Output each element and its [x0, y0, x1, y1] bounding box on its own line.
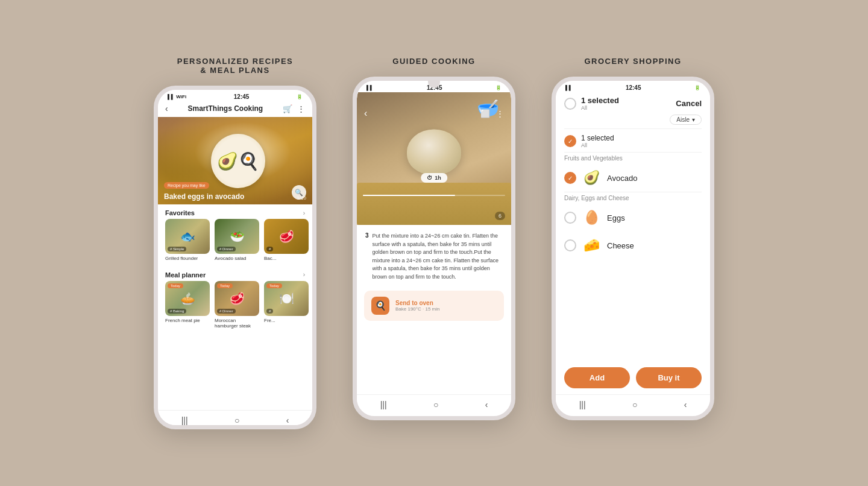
nav-back-2[interactable]: ‹ — [485, 400, 488, 409]
nav-home-2[interactable]: ○ — [433, 400, 438, 409]
nav-recents-2[interactable]: ||| — [380, 400, 387, 409]
recipe-name-bac: Bac... — [264, 256, 309, 262]
meal-img-frenchpie: 🥧 Today # Baking — [165, 281, 210, 316]
section-title-personalized: PERSONALIZED RECIPES & MEAL PLANS — [177, 57, 294, 75]
aisle-button[interactable]: Aisle ▾ — [670, 115, 702, 125]
cheese-checkbox[interactable] — [564, 239, 576, 251]
search-fab[interactable]: 🔍 — [292, 185, 306, 200]
nav-bar-1: ||| ○ ‹ — [158, 410, 312, 425]
section-guided: GUIDED COOKING ▌▌ 12:45 🔋 ‹ — [353, 57, 515, 420]
meal-card-moroccan[interactable]: 🥩 Today # Dinner Moroccan hamburger stea… — [215, 281, 259, 329]
selected-checkbox[interactable]: ✓ — [564, 135, 576, 147]
favorites-row: 🐟 # Simple Grilled flounder 🥗 # Dinner A… — [158, 219, 312, 267]
header-all-label: All — [581, 105, 619, 111]
recipe-img-flounder: 🐟 # Simple — [165, 219, 210, 254]
mealplanner-arrow[interactable]: › — [303, 271, 305, 278]
cutting-board — [357, 183, 511, 225]
more-icon-2[interactable]: ⋮ — [496, 109, 504, 118]
status-bar-1: ▌▌WiFi 12:45 🔋 — [158, 90, 312, 101]
grocery-item-avocado[interactable]: ✓ 🥑 Avocado — [556, 164, 710, 192]
section-personalized: PERSONALIZED RECIPES & MEAL PLANS ▌▌WiFi… — [154, 57, 316, 429]
recipe-tag-flounder: # Simple — [168, 247, 186, 251]
phone1-header: ‹ SmartThings Cooking 🛒 ⋮ — [158, 101, 312, 117]
cancel-button[interactable]: Cancel — [676, 99, 702, 108]
progress-fill — [363, 195, 455, 196]
signal-icons-2: ▌▌ — [366, 85, 373, 90]
aisle-label: Aisle — [676, 116, 690, 123]
back-icon-2[interactable]: ‹ — [364, 108, 367, 119]
step-number: 3 — [365, 232, 369, 239]
nav-back-1[interactable]: ‹ — [286, 415, 289, 425]
timer-icon: ⏱ — [427, 175, 432, 181]
meal-name-moroccan: Moroccan hamburger steak — [215, 318, 259, 329]
phone-grocery: ▌▌ 12:45 🔋 1 selected All — [552, 77, 714, 420]
eggs-checkbox[interactable] — [564, 212, 576, 224]
recipe-card-bac[interactable]: 🥩 # Bac... — [264, 219, 309, 262]
favorites-title: Favorites — [165, 209, 195, 216]
timer-value: 1h — [435, 175, 441, 181]
cheese-name: Cheese — [607, 241, 634, 250]
oven-title: Send to oven — [395, 300, 439, 306]
header-selected-count: 1 selected — [581, 96, 619, 105]
recipe-tag-avocado: # Dinner — [217, 247, 236, 251]
cooking-hero: ‹ ⬜ ⋮ 🥣 ⏱ 1h — [357, 92, 511, 225]
recipe-card-avocado[interactable]: 🥗 # Dinner Avocado salad — [215, 219, 259, 262]
timer-badge: ⏱ 1h — [421, 173, 447, 183]
recipe-tag: Recipe you may like — [164, 182, 209, 189]
meal-name-fre: Fre... — [264, 318, 309, 324]
more-icon-1[interactable]: ⋮ — [297, 104, 305, 113]
meal-img-moroccan: 🥩 Today # Dinner — [215, 281, 259, 316]
nav-home-3[interactable]: ○ — [632, 400, 637, 409]
oven-subtitle: Bake 190°C · 15 min — [395, 306, 439, 312]
grocery-header: 1 selected All Cancel — [556, 92, 710, 115]
gh-count-group: 1 selected All — [581, 96, 619, 111]
meal-card-frenchpie[interactable]: 🥧 Today # Baking French meat pie — [165, 281, 210, 329]
phone2-header: ‹ ⬜ ⋮ — [357, 106, 511, 121]
aisle-filter: Aisle ▾ — [556, 115, 710, 128]
meal-name-frenchpie: French meat pie — [165, 318, 210, 324]
battery-icons-1: 🔋 — [297, 94, 303, 99]
battery-icons-3: 🔋 — [694, 85, 700, 90]
nav-recents-3[interactable]: ||| — [579, 400, 586, 409]
recipe-hero-title: Baked eggs in avocado — [164, 192, 244, 201]
send-to-oven[interactable]: 🍳 Send to oven Bake 190°C · 15 min — [364, 291, 504, 321]
avocado-checkbox[interactable]: ✓ — [564, 172, 576, 184]
time-3: 12:45 — [626, 84, 641, 91]
nav-recents-1[interactable]: ||| — [181, 415, 188, 425]
meal-cat-frenchpie: # Baking — [168, 309, 186, 314]
favorites-arrow[interactable]: › — [303, 210, 305, 216]
signal-icons-1: ▌▌WiFi — [168, 94, 186, 99]
time-1: 12:45 — [234, 93, 250, 100]
step-content: 3 Put the mixture into a 24~26 cm cake t… — [357, 225, 511, 286]
grocery-item-cheese[interactable]: 🧀 Cheese — [556, 232, 710, 259]
phone-guided: ▌▌ 12:45 🔋 ‹ ⬜ ⋮ — [353, 77, 515, 420]
oven-icon: 🍳 — [371, 297, 389, 315]
recipe-name-avocado: Avocado salad — [215, 256, 259, 262]
progress-bar — [363, 195, 505, 196]
avocado-name: Avocado — [607, 174, 637, 183]
add-button[interactable]: Add — [564, 367, 630, 388]
main-container: PERSONALIZED RECIPES & MEAL PLANS ▌▌WiFi… — [118, 39, 750, 447]
meal-day-frenchpie: Today — [168, 283, 183, 288]
grocery-item-eggs[interactable]: 🥚 Eggs — [556, 204, 710, 232]
meal-img-fre: 🍽️ Today # — [264, 281, 309, 316]
nav-back-3[interactable]: ‹ — [684, 400, 687, 409]
bookmark-icon[interactable]: ⬜ — [480, 109, 490, 118]
meal-row: 🥧 Today # Baking French meat pie 🥩 Today… — [158, 281, 312, 334]
oven-text-group: Send to oven Bake 190°C · 15 min — [395, 300, 439, 312]
app-title-1: SmartThings Cooking — [188, 104, 263, 113]
meal-card-fre[interactable]: 🍽️ Today # Fre... — [264, 281, 309, 329]
battery-icons-2: 🔋 — [495, 85, 502, 90]
cart-icon-1[interactable]: 🛒 — [283, 104, 292, 113]
back-icon-1[interactable]: ‹ — [165, 104, 168, 113]
buy-button[interactable]: Buy it — [636, 367, 702, 388]
recipe-tag-bac: # — [266, 247, 273, 251]
all-checkbox[interactable] — [564, 98, 576, 110]
gh-left: 1 selected All — [564, 96, 619, 111]
meal-cat-moroccan: # Dinner — [217, 309, 236, 314]
recipe-card-flounder[interactable]: 🐟 # Simple Grilled flounder — [165, 219, 210, 262]
phone-guided-inner: ▌▌ 12:45 🔋 ‹ ⬜ ⋮ — [357, 81, 511, 416]
nav-home-1[interactable]: ○ — [234, 415, 239, 425]
mealplanner-header: Meal planner › — [158, 267, 312, 281]
action-buttons: Add Buy it — [556, 359, 710, 394]
